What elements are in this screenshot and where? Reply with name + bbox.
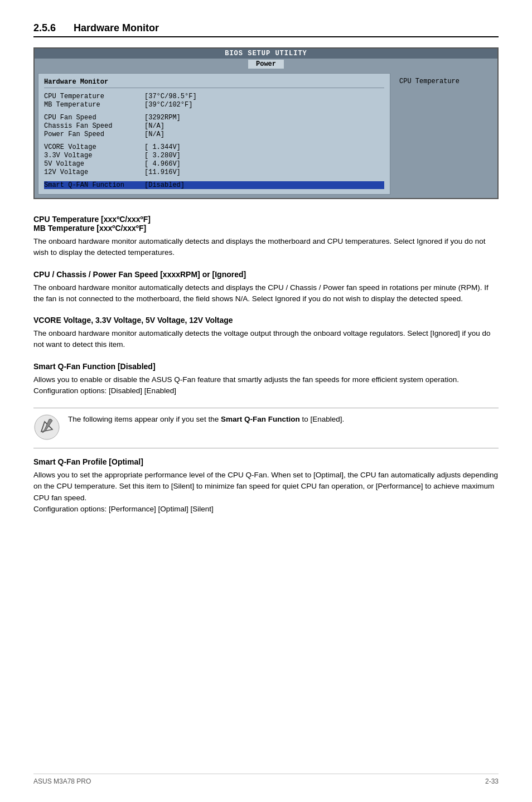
bios-row-value: [39°C/102°F] <box>144 101 192 109</box>
subsection-body: The onboard hardware monitor automatical… <box>33 282 499 305</box>
subsection-body: The onboard hardware monitor automatical… <box>33 328 499 351</box>
subsection-title: CPU Temperature [xxxºC/xxxºF]MB Temperat… <box>33 215 499 233</box>
bios-row-value: [11.916V] <box>144 168 181 176</box>
bios-row-value: [ 1.344V] <box>144 143 181 151</box>
bios-row-value: [ 4.966V] <box>144 160 181 168</box>
bios-row: 3.3V Voltage[ 3.280V] <box>44 152 384 160</box>
bios-row-label: Chassis Fan Speed <box>44 122 144 130</box>
bios-row: MB Temperature[39°C/102°F] <box>44 101 384 109</box>
bios-spacer <box>44 109 384 114</box>
content-section-voltage: VCORE Voltage, 3.3V Voltage, 5V Voltage,… <box>33 316 499 351</box>
bios-active-tab[interactable]: Power <box>248 60 284 69</box>
bios-main-panel: Hardware Monitor CPU Temperature[37°C/98… <box>38 73 390 195</box>
bios-row-value: [37°C/98.5°F] <box>144 93 197 100</box>
content-section-smart-qfan: Smart Q-Fan Function [Disabled]Allows yo… <box>33 362 499 397</box>
bios-row-label: 5V Voltage <box>44 160 144 168</box>
bios-row: VCORE Voltage[ 1.344V] <box>44 143 384 151</box>
bios-tab-bar: Power <box>35 59 497 70</box>
footer-right: 2-33 <box>485 777 499 785</box>
bios-row-label: Power Fan Speed <box>44 131 144 138</box>
bios-title-bar: BIOS SETUP UTILITY <box>35 49 497 59</box>
note-box: The following items appear only if you s… <box>33 408 499 448</box>
bios-row-value: [Disabled] <box>144 181 185 189</box>
bios-rows-container: CPU Temperature[37°C/98.5°F]MB Temperatu… <box>44 93 384 189</box>
bios-row: 5V Voltage[ 4.966V] <box>44 160 384 168</box>
bios-row: CPU Temperature[37°C/98.5°F] <box>44 93 384 100</box>
bios-row-value: [3292RPM] <box>144 114 181 122</box>
bios-row: Chassis Fan Speed[N/A] <box>44 122 384 130</box>
bios-row-label: CPU Temperature <box>44 93 144 100</box>
subsection-body: Allows you to set the appropriate perfor… <box>33 470 499 515</box>
subsection-body: The onboard hardware monitor automatical… <box>33 236 499 259</box>
bios-row: Smart Q-FAN Function[Disabled] <box>44 181 384 189</box>
bios-spacer <box>44 177 384 181</box>
note-icon <box>33 414 60 442</box>
bios-row-label: CPU Fan Speed <box>44 114 144 122</box>
bios-body: Hardware Monitor CPU Temperature[37°C/98… <box>35 70 497 198</box>
page-footer: ASUS M3A78 PRO 2-33 <box>33 774 499 785</box>
section-title: Hardware Monitor <box>74 22 159 34</box>
footer-left: ASUS M3A78 PRO <box>33 777 91 785</box>
bios-row-label: 12V Voltage <box>44 168 144 176</box>
bios-row-value: [N/A] <box>144 122 165 130</box>
content-sections: CPU Temperature [xxxºC/xxxºF]MB Temperat… <box>33 215 499 515</box>
bios-spacer <box>44 139 384 143</box>
content-section-cpu-mb-temp: CPU Temperature [xxxºC/xxxºF]MB Temperat… <box>33 215 499 259</box>
bios-row-label: MB Temperature <box>44 101 144 109</box>
bios-row-value: [ 3.280V] <box>144 152 181 160</box>
subsection-title: Smart Q-Fan Profile [Optimal] <box>33 457 499 466</box>
section-heading: 2.5.6 Hardware Monitor <box>33 22 499 37</box>
bios-panel-title: Hardware Monitor <box>44 78 384 88</box>
bios-row: 12V Voltage[11.916V] <box>44 168 384 176</box>
subsection-title: VCORE Voltage, 3.3V Voltage, 5V Voltage,… <box>33 316 499 325</box>
bios-row-label: 3.3V Voltage <box>44 152 144 160</box>
note-text: The following items appear only if you s… <box>68 414 344 425</box>
bios-row-label: Smart Q-FAN Function <box>44 181 144 189</box>
bios-side-panel: CPU Temperature <box>394 73 494 195</box>
subsection-title: Smart Q-Fan Function [Disabled] <box>33 362 499 371</box>
subsection-body: Allows you to enable or disable the ASUS… <box>33 374 499 397</box>
bios-row-value: [N/A] <box>144 131 165 138</box>
bios-row: CPU Fan Speed[3292RPM] <box>44 114 384 122</box>
bios-screen: BIOS SETUP UTILITY Power Hardware Monito… <box>33 47 499 199</box>
content-section-smart-qfan-profile: Smart Q-Fan Profile [Optimal]Allows you … <box>33 457 499 515</box>
bios-row: Power Fan Speed[N/A] <box>44 131 384 138</box>
subsection-title: CPU / Chassis / Power Fan Speed [xxxxRPM… <box>33 270 499 279</box>
section-number: 2.5.6 <box>33 22 56 34</box>
bios-row-label: VCORE Voltage <box>44 143 144 151</box>
bios-side-title: CPU Temperature <box>399 78 460 85</box>
content-section-fan-speed: CPU / Chassis / Power Fan Speed [xxxxRPM… <box>33 270 499 305</box>
